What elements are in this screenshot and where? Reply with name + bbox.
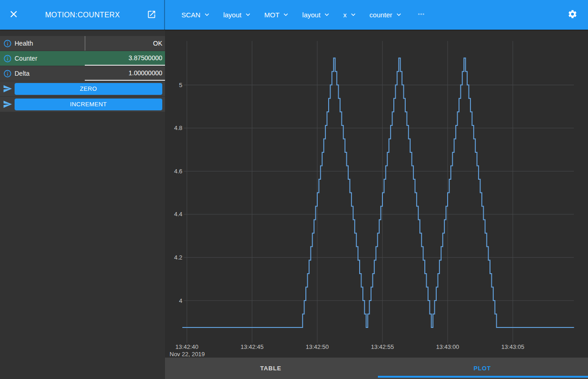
x-tick-label: 13:43:00 [436, 343, 459, 350]
y-tick-label: 4 [179, 297, 182, 304]
breadcrumb: SCANlayoutMOTlayoutxcounter [181, 10, 403, 20]
breadcrumb-overflow-button[interactable] [417, 10, 426, 21]
field-row-counter: Counter [0, 51, 165, 66]
chevron-down-icon [244, 10, 252, 20]
field-label: Delta [15, 70, 85, 77]
breadcrumb-label: x [343, 11, 347, 19]
header-title-section: MOTION:COUNTERX [0, 0, 165, 30]
close-button[interactable] [5, 6, 23, 24]
field-label: Health [15, 40, 85, 47]
x-tick-label: 13:42:45 [241, 343, 264, 350]
active-tab-indicator [378, 376, 588, 378]
info-icon[interactable] [0, 39, 15, 48]
chevron-down-icon [349, 10, 357, 20]
header-breadcrumb-section: SCANlayoutMOTlayoutxcounter [165, 0, 588, 30]
health-value: OK [85, 40, 165, 47]
y-tick-label: 4.8 [174, 125, 182, 131]
chevron-down-icon [282, 10, 290, 20]
breadcrumb-label: MOT [264, 11, 279, 19]
y-tick-label: 5 [179, 82, 182, 88]
y-tick-label: 4.6 [174, 168, 182, 175]
chevron-down-icon [203, 10, 211, 20]
x-tick-label: 13:42:40 [175, 343, 199, 350]
breadcrumb-item-counter[interactable]: counter [370, 10, 403, 20]
close-icon [8, 9, 19, 21]
increment-button[interactable]: INCREMENT [15, 99, 162, 110]
field-row-health: HealthOK [0, 36, 165, 51]
breadcrumb-item-scan[interactable]: SCAN [181, 10, 211, 20]
breadcrumb-item-layout[interactable]: layout [302, 10, 331, 20]
tab-table[interactable]: TABLE [165, 358, 377, 379]
breadcrumb-item-mot[interactable]: MOT [264, 10, 290, 20]
info-icon[interactable] [0, 69, 15, 78]
sidebar: HealthOKCounterDelta ZEROINCREMENT [0, 30, 165, 379]
counter-input[interactable] [85, 51, 165, 66]
plot-panel: 13:42:4013:42:4513:42:5013:42:5513:43:00… [165, 30, 588, 358]
breadcrumb-label: layout [223, 11, 242, 19]
open-in-new-icon [147, 10, 156, 21]
field-label: Counter [15, 55, 85, 62]
open-in-new-button[interactable] [142, 6, 160, 24]
breadcrumb-item-x[interactable]: x [343, 10, 357, 20]
breadcrumb-label: counter [370, 11, 392, 19]
send-icon [0, 99, 15, 109]
x-tick-label: 13:42:55 [371, 343, 394, 350]
x-tick-label: 13:42:50 [306, 343, 329, 350]
counter-step-line [182, 58, 574, 327]
action-row-increment: INCREMENT [0, 97, 165, 112]
gear-icon [567, 9, 578, 21]
breadcrumb-label: SCAN [181, 11, 201, 19]
field-row-delta: Delta [0, 66, 165, 81]
settings-button[interactable] [563, 6, 582, 24]
info-icon[interactable] [0, 54, 15, 63]
x-axis-date-label: Nov 22, 2019 [170, 351, 205, 358]
view-tabbar: TABLEPLOT [165, 358, 588, 379]
y-tick-label: 4.4 [174, 211, 182, 218]
breadcrumb-label: layout [302, 11, 320, 19]
x-tick-label: 13:43:05 [501, 343, 525, 350]
action-row-zero: ZERO [0, 81, 165, 96]
send-icon [0, 84, 15, 93]
chevron-down-icon [395, 10, 403, 20]
plot-canvas[interactable]: 13:42:4013:42:4513:42:5013:42:5513:43:00… [165, 30, 588, 358]
zero-button[interactable]: ZERO [15, 83, 162, 95]
more-horizontal-icon [417, 10, 426, 21]
breadcrumb-item-layout[interactable]: layout [223, 10, 252, 20]
delta-input[interactable] [85, 66, 165, 81]
page-title: MOTION:COUNTERX [23, 11, 142, 19]
header: MOTION:COUNTERX SCANlayoutMOTlayoutxcoun… [0, 0, 588, 30]
chevron-down-icon [323, 10, 331, 20]
y-tick-label: 4.2 [174, 254, 182, 261]
